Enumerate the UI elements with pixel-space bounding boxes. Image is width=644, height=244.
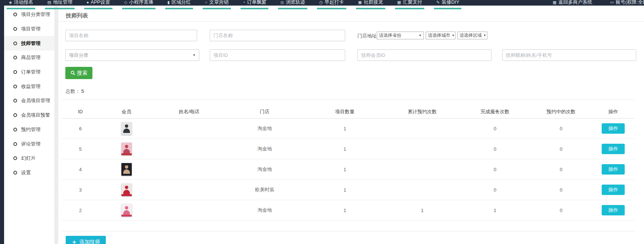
total-count-value: 5 (81, 88, 84, 94)
member-avatar[interactable] (121, 122, 132, 135)
member-avatar[interactable] (121, 204, 132, 217)
topbar-nav-item[interactable]: ✎ 装修DIY (434, 0, 461, 9)
nav-icon: ▤ (47, 0, 51, 6)
sidebar-item[interactable]: 技师管理 (4, 36, 55, 51)
cell-action: 操作 (592, 159, 635, 179)
table-row: 6 淘金地 1 0 0 (62, 118, 635, 139)
chevron-down-icon: ▼ (483, 34, 486, 37)
sidebar-item[interactable]: 设置 (4, 166, 55, 180)
row-action-button[interactable]: 操作 (602, 185, 625, 195)
table-header-cell: ID (62, 105, 99, 118)
cell-id: 3 (62, 180, 99, 200)
cell-store: 淘金地 (225, 139, 305, 159)
cell-store: 淘金地 (225, 159, 305, 179)
sidebar-item-label: 项目管理 (21, 26, 40, 32)
circle-icon (13, 171, 17, 175)
row-action-button[interactable]: 操作 (602, 144, 625, 154)
sidebar-item[interactable]: 订单管理 (4, 65, 55, 79)
circle-icon (13, 113, 17, 117)
topbar-nav-item[interactable]: ◎ 浏览轨迹 (278, 0, 307, 9)
sidebar-item[interactable]: 预约管理 (4, 123, 55, 137)
store-name-input[interactable] (210, 30, 345, 41)
sidebar-item-label: 商品管理 (21, 54, 40, 61)
nav-label: 早起打卡 (325, 0, 344, 6)
circle-icon (13, 142, 17, 146)
sidebar-item[interactable]: 评论管理 (4, 137, 55, 151)
technician-table: ID会员姓名/电话门店项目数量累计预约次数完成服务次数预约中的次数操作 6 (62, 105, 635, 221)
sidebar-item[interactable]: 项目管理 (4, 22, 55, 36)
sidebar-item[interactable]: 幻灯片 (4, 151, 55, 166)
row-action-button[interactable]: 操作 (602, 123, 625, 134)
cell-completed-services: 0 (460, 180, 530, 200)
topbar: ◈ 活动报名 ▤ 地址管理 ● APP设置 ◇ (0, 0, 644, 6)
sidebar-item[interactable]: 会员项目管理 (4, 94, 55, 108)
city-select[interactable]: 请选择城市 ▼ (426, 32, 455, 39)
topbar-nav-item[interactable]: ▮ 区域分红 (165, 0, 193, 9)
topbar-nav-item[interactable]: ◇ 小程序直播 (122, 0, 156, 9)
sidebar-item[interactable]: 收益管理 (4, 79, 55, 94)
table-header-row: ID会员姓名/电话门店项目数量累计预约次数完成服务次数预约中的次数操作 (62, 105, 635, 118)
topbar-nav-item[interactable]: ○ 文章营销 (203, 0, 231, 9)
nav-icon: ● (86, 0, 89, 6)
topbar-nav-item[interactable]: ◷ 早起打卡 (317, 0, 346, 9)
topbar-nav-item[interactable]: ◔ 订单飘窗 (241, 0, 269, 9)
technician-nickname-input[interactable] (502, 49, 636, 61)
circle-icon (13, 13, 17, 16)
nav-icon: ◈ (9, 0, 12, 6)
topbar-nav-item[interactable]: ▦ 汇聚支付 (395, 0, 424, 9)
sidebar-item-label: 技师管理 (21, 40, 40, 47)
cell-name-phone (154, 139, 225, 159)
sidebar-item-label: 会员项目预警 (21, 112, 50, 118)
topbar-user-item[interactable]: ▦ 返回多商户系统 (550, 0, 594, 6)
cell-id: 6 (62, 118, 99, 139)
nav-label: 小程序直播 (129, 0, 153, 6)
nav-icon: ▦ (553, 0, 556, 6)
nav-icon: ◷ (319, 0, 323, 6)
nav-label: APP设置 (91, 0, 110, 6)
member-avatar[interactable] (121, 183, 132, 196)
topbar-nav-item[interactable]: ● APP设置 (84, 0, 112, 9)
table-header-cell: 操作 (592, 105, 635, 118)
topbar-user-item[interactable]: ▭ 账号(权限:全部) (608, 0, 644, 6)
sidebar-item-label: 会员项目管理 (21, 97, 50, 104)
topbar-nav-item[interactable]: ▤ 地址管理 (45, 0, 74, 9)
cell-total-bookings (385, 118, 460, 139)
district-select[interactable]: 请选择区域 ▼ (457, 32, 487, 39)
nav-label: 装修DIY (442, 0, 460, 6)
cell-member (99, 180, 154, 200)
cell-pending-bookings: 0 (530, 159, 592, 179)
cell-completed-services: 0 (460, 139, 530, 159)
project-name-input[interactable] (65, 30, 197, 41)
sidebar-item[interactable]: 项目分类管理 (4, 7, 55, 22)
province-select[interactable]: 请选择省份 ▼ (377, 32, 424, 39)
table-header-cell: 项目数量 (305, 105, 385, 118)
table-header-cell: 累计预约次数 (385, 105, 460, 118)
circle-icon (13, 70, 17, 74)
member-avatar[interactable] (121, 163, 132, 176)
total-count: 总数：5 (66, 88, 84, 95)
cell-project-count: 1 (305, 159, 385, 179)
cell-completed-services: 0 (460, 159, 530, 179)
row-action-button[interactable]: 操作 (602, 164, 625, 175)
nav-label: 地址管理 (53, 0, 72, 6)
topbar-nav-item[interactable]: ◈ 活动报名 (7, 0, 35, 9)
nav-label: 活动报名 (14, 0, 33, 6)
sidebar-item[interactable]: 商品管理 (4, 51, 55, 65)
search-button[interactable]: 搜索 (65, 67, 92, 79)
nav-label: 汇聚支付 (403, 0, 422, 6)
member-avatar[interactable] (121, 143, 132, 155)
project-category-select[interactable]: 项目分类 ▼ (65, 49, 199, 61)
technician-member-id-input[interactable] (357, 49, 491, 61)
topbar-nav-item[interactable]: ▣ 社群接龙 (356, 0, 385, 9)
add-technician-button[interactable]: ＋ 添加技师 (66, 236, 106, 244)
project-id-input[interactable] (210, 49, 345, 61)
nav-icon: ◇ (124, 0, 127, 6)
cell-member (99, 159, 154, 179)
topbar-user-nav: ▦ 返回多商户系统 ▭ 账号(权限:全部) (550, 0, 644, 6)
cell-project-count: 1 (305, 139, 385, 159)
cell-total-bookings: 1 (385, 200, 460, 220)
cell-action: 操作 (592, 180, 635, 200)
cell-store: 欧美时装 (225, 180, 305, 200)
sidebar-item[interactable]: 会员项目预警 (4, 108, 55, 123)
row-action-button[interactable]: 操作 (602, 205, 625, 215)
